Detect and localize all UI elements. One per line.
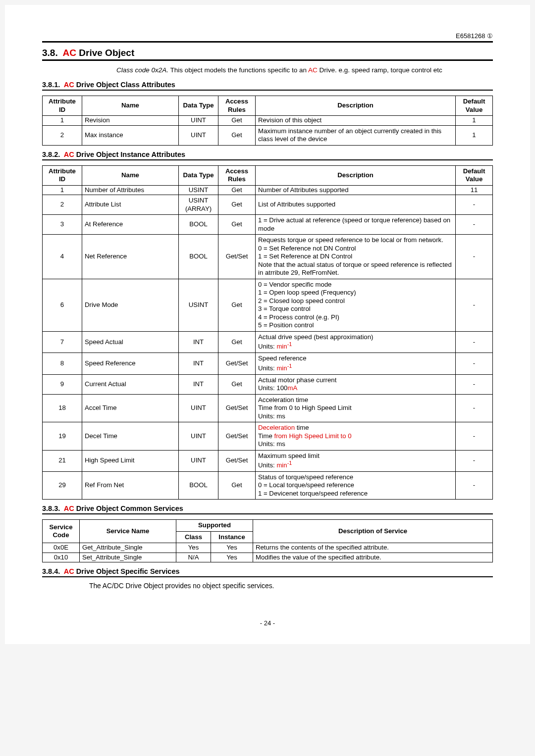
- table-row: 2 Max instance UINT Get Maximum instance…: [43, 125, 493, 145]
- th-name: Name: [82, 96, 179, 116]
- th-svc-code: Service Code: [43, 520, 80, 543]
- th-data-type: Data Type: [179, 165, 218, 185]
- th-data-type: Data Type: [179, 96, 218, 116]
- table-row: 7Speed ActualINTGetActual drive speed (b…: [43, 331, 493, 353]
- text-384: The AC/DC Drive Object provides no objec…: [89, 582, 493, 590]
- table-row: 2Attribute ListUSINT (ARRAY)GetList of A…: [43, 195, 493, 215]
- table-row: 19Decel TimeUINTGet/SetDeceleration time…: [43, 422, 493, 451]
- table-row: 21High Speed LimitUINTGet/SetMaximum spe…: [43, 450, 493, 471]
- table-row: 0x10Set_Attribute_SingleN/AYesModifies t…: [43, 553, 493, 562]
- section-title: 3.8. AC Drive Object: [42, 48, 493, 58]
- table-row: 8Speed ReferenceINTGet/SetSpeed referenc…: [43, 353, 493, 374]
- table-381: Attribute ID Name Data Type Access Rules…: [42, 96, 493, 146]
- table-row: 1 Revision UINT Get Revision of this obj…: [43, 116, 493, 126]
- section-rule: [42, 59, 493, 61]
- table-row: 29Ref From NetBOOLGetStatus of torque/sp…: [43, 471, 493, 500]
- th-attr-id: Attribute ID: [43, 96, 82, 116]
- th-default: Default Value: [456, 165, 493, 185]
- section-num: 3.8.: [42, 48, 58, 58]
- th-name: Name: [82, 165, 179, 185]
- doc-id: E6581268 ①: [42, 32, 493, 41]
- th-desc: Description: [256, 165, 456, 185]
- table-row: 4Net ReferenceBOOLGet/SetRequests torque…: [43, 235, 493, 279]
- section-rest: Drive Object: [76, 48, 134, 58]
- th-svc-desc: Description of Service: [253, 520, 493, 543]
- th-svc-name: Service Name: [80, 520, 176, 543]
- th-svc-instance: Instance: [211, 531, 253, 543]
- table-row: 18Accel TimeUINTGet/SetAcceleration time…: [43, 394, 493, 422]
- table-row: 9Current ActualINTGetActual motor phase …: [43, 374, 493, 394]
- th-access: Access Rules: [218, 96, 256, 116]
- table-382: Attribute ID Name Data Type Access Rules…: [42, 165, 493, 500]
- th-access: Access Rules: [218, 165, 256, 185]
- subsection-382: 3.8.2. AC Drive Object Instance Attribut…: [42, 151, 493, 158]
- table-row: 0x0EGet_Attribute_SingleYesYesReturns th…: [43, 543, 493, 553]
- page: E6581268 ① 3.8. AC Drive Object Class co…: [5, 5, 530, 644]
- table-row: 3At ReferenceBOOLGet1 = Drive actual at …: [43, 215, 493, 235]
- subsection-383: 3.8.3. AC Drive Object Common Services: [42, 504, 493, 512]
- subsection-381: 3.8.1. AC Drive Object Class Attributes: [42, 81, 493, 89]
- table-row: 6Drive ModeUSINTGet0 = Vendor specific m…: [43, 279, 493, 331]
- th-default: Default Value: [456, 96, 493, 116]
- section-ac: AC: [63, 48, 76, 58]
- th-svc-class: Class: [176, 531, 211, 543]
- page-number: - 24 -: [42, 619, 493, 627]
- subsection-384: 3.8.4. AC Drive Object Specific Services: [42, 567, 493, 575]
- table-383: Service Code Service Name Supported Desc…: [42, 519, 493, 562]
- table-row: 1Number of AttributesUSINTGetNumber of A…: [43, 185, 493, 195]
- header-rule: [42, 41, 493, 43]
- section-body: Class code 0x2A. This object models the …: [116, 66, 493, 75]
- th-desc: Description: [256, 96, 456, 116]
- th-attr-id: Attribute ID: [43, 165, 82, 185]
- th-supported: Supported: [176, 520, 253, 532]
- class-code: Class code 0x2A.: [116, 66, 168, 74]
